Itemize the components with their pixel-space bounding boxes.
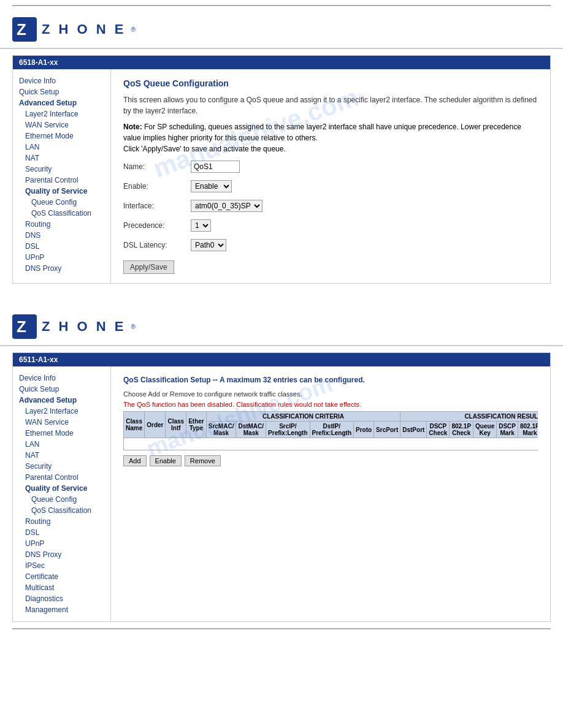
th-order: Order: [145, 412, 166, 438]
svg-text:Z: Z: [17, 317, 26, 336]
empty-cell: [124, 438, 538, 450]
sidebar2-dsl[interactable]: DSL: [13, 527, 110, 538]
sidebar-item-device-info[interactable]: Device Info: [13, 75, 110, 86]
section-1: 6518-A1-xx Device Info Quick Setup Advan…: [12, 55, 551, 284]
dsl-latency-select[interactable]: Path0 Path1: [191, 239, 226, 251]
sidebar2-wan[interactable]: WAN Service: [13, 417, 110, 428]
sidebar2-eth[interactable]: Ethernet Mode: [13, 428, 110, 439]
th-queue-key: QueueKey: [473, 422, 497, 438]
enable-control: Enable Disable: [191, 180, 232, 192]
name-input[interactable]: [191, 161, 240, 173]
form-row-enable: Enable: Enable Disable: [123, 180, 538, 192]
th-srcip: SrcIP/Prefix:Length: [266, 422, 310, 438]
th-class-intf: ClassIntf: [166, 412, 186, 438]
sidebar2-queue-config[interactable]: Queue Config: [13, 494, 110, 505]
form-row-name: Name:: [123, 161, 538, 173]
sidebar-item-layer2-interface[interactable]: Layer2 Interface: [13, 108, 110, 119]
sidebar2-ipsec[interactable]: IPSec: [13, 560, 110, 571]
sidebar-item-wan-service[interactable]: WAN Service: [13, 119, 110, 131]
precedence-label: Precedence:: [123, 221, 191, 230]
header-1: Z Z H O N E®: [0, 11, 563, 49]
sidebar-item-lan[interactable]: LAN: [13, 142, 110, 153]
sidebar2-device-info[interactable]: Device Info: [13, 373, 110, 384]
note-1: Note: For SP scheduling, queues assigned…: [123, 121, 538, 154]
sidebar-item-queue-config[interactable]: Queue Config: [13, 197, 110, 208]
th-criteria-group: CLASSIFICATION CRITERIA: [206, 412, 400, 422]
logo-text-2: Z H O N E: [42, 319, 126, 335]
sidebar2-qos-class[interactable]: QoS Classification: [13, 505, 110, 516]
form-table-1: Name: Enable: Enable Disable: [123, 161, 538, 251]
apply-save-button[interactable]: Apply/Save: [123, 260, 174, 274]
sidebar-item-advanced-setup[interactable]: Advanced Setup: [13, 97, 110, 108]
sidebar-item-nat[interactable]: NAT: [13, 153, 110, 164]
svg-text:Z: Z: [17, 20, 26, 39]
sidebar-item-routing[interactable]: Routing: [13, 219, 110, 230]
sidebar2-certificate[interactable]: Certificate: [13, 571, 110, 582]
sidebar2-multicast[interactable]: Multicast: [13, 582, 110, 593]
remove-button[interactable]: Remove: [185, 455, 221, 466]
page-wrapper: Z Z H O N E® 6518-A1-xx Device Info Quic…: [0, 5, 563, 629]
sidebar2-upnp[interactable]: UPnP: [13, 538, 110, 549]
th-dstip: DstIP/Prefix:Length: [310, 422, 353, 438]
top-rule: [12, 5, 551, 6]
table-empty-row: [124, 438, 538, 450]
title-bar-1: 6518-A1-xx: [13, 56, 550, 69]
form-row-dsl-latency: DSL Latency: Path0 Path1: [123, 239, 538, 251]
logo-trademark-2: ®: [131, 324, 135, 330]
enable-button[interactable]: Enable: [150, 455, 182, 466]
add-button[interactable]: Add: [123, 455, 147, 466]
interface-select[interactable]: atm0(0_0_35)SP atm1(0_0_36)SP: [191, 200, 262, 212]
sidebar-item-parental-control[interactable]: Parental Control: [13, 175, 110, 186]
th-8021p-check: 802.1PCheck: [450, 422, 473, 438]
th-results-group: CLASSIFICATION RESULTS: [400, 412, 538, 422]
sidebar-item-upnp[interactable]: UPnP: [13, 252, 110, 263]
logo-text-1: Z H O N E: [42, 21, 126, 37]
sidebar-item-ethernet-mode[interactable]: Ethernet Mode: [13, 131, 110, 142]
bottom-rule: [12, 628, 551, 629]
th-dstmac: DstMAC/Mask: [236, 422, 266, 438]
enable-select[interactable]: Enable Disable: [191, 180, 232, 192]
main-content-1: manualshive.com QoS Queue Configuration …: [111, 69, 550, 283]
sidebar-item-dns[interactable]: DNS: [13, 230, 110, 241]
buttons-row: Add Enable Remove: [123, 455, 538, 466]
dsl-latency-label: DSL Latency:: [123, 241, 191, 249]
sidebar2-diagnostics[interactable]: Diagnostics: [13, 593, 110, 604]
sidebar2-nat[interactable]: NAT: [13, 450, 110, 461]
sidebar2-dns-proxy[interactable]: DNS Proxy: [13, 549, 110, 560]
sidebar2-lan[interactable]: LAN: [13, 439, 110, 450]
th-ether-type: EtherType: [186, 412, 207, 438]
dsl-latency-control: Path0 Path1: [191, 239, 226, 251]
sidebar2-qos[interactable]: Quality of Service: [13, 483, 110, 494]
interface-label: Interface:: [123, 202, 191, 210]
th-8021p-mark: 802.1PMark: [518, 422, 538, 438]
sidebar-1: Device Info Quick Setup Advanced Setup L…: [13, 69, 111, 283]
sidebar2-routing[interactable]: Routing: [13, 516, 110, 527]
sidebar-item-dsl[interactable]: DSL: [13, 241, 110, 252]
th-proto: Proto: [354, 422, 374, 438]
page-title-1: QoS Queue Configuration: [123, 78, 538, 88]
sidebar2-security[interactable]: Security: [13, 461, 110, 472]
content-area-2: Device Info Quick Setup Advanced Setup L…: [13, 366, 550, 621]
apply-row: Apply/Save: [123, 260, 538, 274]
sidebar-item-quality-of-service[interactable]: Quality of Service: [13, 186, 110, 197]
sidebar2-advanced-setup[interactable]: Advanced Setup: [13, 395, 110, 406]
sidebar2-layer2[interactable]: Layer2 Interface: [13, 406, 110, 417]
sidebar-2: Device Info Quick Setup Advanced Setup L…: [13, 366, 111, 621]
th-dscp-mark: DSCPMark: [497, 422, 518, 438]
table-wrapper: ClassName Order ClassIntf EtherType CLAS…: [123, 411, 538, 450]
sidebar-item-dns-proxy[interactable]: DNS Proxy: [13, 263, 110, 274]
precedence-select[interactable]: 1 2 3 4: [191, 219, 211, 232]
sidebar-item-qos-classification[interactable]: QoS Classification: [13, 208, 110, 219]
main-content-2: manualshive.com QoS Classification Setup…: [111, 366, 550, 621]
sidebar-item-security[interactable]: Security: [13, 164, 110, 175]
spacer-1: [0, 290, 563, 308]
title-bar-2: 6511-A1-xx: [13, 353, 550, 366]
sidebar-item-quick-setup[interactable]: Quick Setup: [13, 86, 110, 97]
name-control: [191, 161, 240, 173]
sidebar2-parental[interactable]: Parental Control: [13, 472, 110, 483]
section-2: 6511-A1-xx Device Info Quick Setup Advan…: [12, 352, 551, 622]
sidebar2-quick-setup[interactable]: Quick Setup: [13, 384, 110, 395]
sidebar2-management[interactable]: Management: [13, 604, 110, 615]
th-class-name: ClassName: [124, 412, 145, 438]
precedence-control: 1 2 3 4: [191, 219, 211, 232]
